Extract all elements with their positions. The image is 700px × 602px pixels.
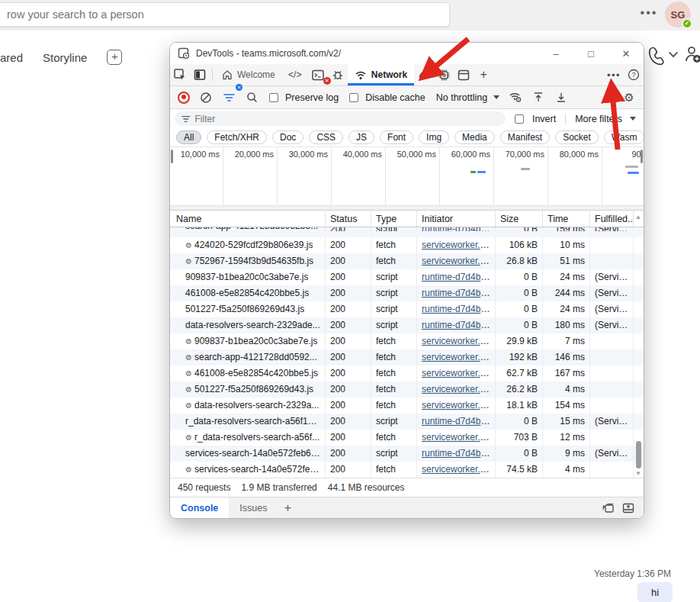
drawer-add-tab-icon[interactable]: + [278,497,297,518]
col-status[interactable]: Status [326,211,371,227]
request-name[interactable]: ⚙r_data-resolvers-search-a56f... [170,430,326,446]
expand-drawer-icon[interactable] [622,503,634,513]
type-filter-all[interactable]: All [176,130,201,144]
col-fulfilled[interactable]: Fulfilled... [590,211,634,227]
network-conditions-icon[interactable] [506,86,525,108]
add-tab-icon[interactable]: + [107,50,122,65]
clear-icon[interactable] [196,86,216,108]
request-initiator[interactable]: runtime-d7d4b82 [417,227,496,231]
request-name[interactable]: r_data-resolvers-search-a56f1b... [170,414,326,430]
minimize-icon[interactable]: – [538,43,573,64]
network-request-row[interactable]: ⚙501227-f5a250f869269d43.js200fetchservi… [170,381,644,398]
search-input[interactable] [0,2,450,27]
request-name[interactable]: ⚙461008-e5e82854c420bbe5.js [170,365,326,381]
network-request-row[interactable]: ⚙search-app-4121728dd0592...200fetchserv… [170,349,644,365]
more-filters-caret-icon[interactable] [630,117,636,121]
network-request-row[interactable]: 909837-b1bea20c0c3abe7e.js200scriptrunti… [170,269,644,285]
request-name[interactable]: ⚙909837-b1bea20c0c3abe7e.js [170,333,326,349]
tab-network[interactable]: Network [348,64,414,85]
filter-input[interactable] [195,114,499,124]
col-type[interactable]: Type [371,211,417,227]
request-initiator[interactable]: runtime-d7d4b821 [417,301,496,317]
request-name[interactable]: 461008-e5e82854c420bbe5.js [170,285,326,301]
request-initiator[interactable]: runtime-d7d4b821 [417,414,496,430]
request-name[interactable]: ⚙752967-1594f3b9d54635fb.js [170,253,326,269]
close-icon[interactable]: ✕ [608,43,644,64]
type-filter-doc[interactable]: Doc [272,130,303,144]
col-initiator[interactable]: Initiator [417,211,496,227]
sources-bug-icon[interactable] [328,64,348,85]
request-name[interactable]: 909837-b1bea20c0c3abe7e.js [170,269,326,285]
request-initiator[interactable]: serviceworker.js:1 [417,333,496,349]
type-filter-manifest[interactable]: Manifest [500,130,550,144]
request-name[interactable]: ⚙501227-f5a250f869269d43.js [170,381,326,398]
disable-cache-checkbox[interactable] [349,93,358,102]
request-name[interactable]: 501227-f5a250f869269d43.js [170,301,326,317]
scroll-down-icon[interactable]: ▼ [634,470,642,477]
more-tabs-icon[interactable]: + [474,64,493,85]
maximize-icon[interactable]: □ [573,43,608,64]
preserve-log-checkbox[interactable] [269,93,278,102]
timeline-right-handle[interactable] [641,150,643,163]
device-toolbar-icon[interactable] [190,64,210,85]
request-name[interactable]: ⚙services-search-14a0e572feb... [170,462,326,478]
request-name[interactable]: ⚙424020-529fcdf29b806e39.js [170,237,326,253]
drawer-tab-issues[interactable]: Issues [229,497,278,518]
type-filter-font[interactable]: Font [380,130,413,144]
type-filter-media[interactable]: Media [454,130,495,144]
table-scrollbar[interactable]: ▲ ▼ [634,212,643,476]
invert-checkbox[interactable] [515,114,524,124]
request-initiator[interactable]: serviceworker.js:1 [417,253,496,269]
type-filter-fetch-xhr[interactable]: Fetch/XHR [207,130,267,144]
type-filter-css[interactable]: CSS [309,130,343,144]
scroll-up-icon[interactable]: ▲ [634,214,642,221]
network-request-row[interactable]: search-app-4121728dd6952b5...200scriptru… [170,227,644,237]
col-name[interactable]: Name [170,211,326,227]
scrollbar-thumb[interactable] [636,441,641,468]
avatar[interactable]: SG ✓ [665,2,691,27]
chat-message-bubble[interactable]: hi [637,582,673,602]
tab-welcome[interactable]: Welcome [215,64,282,85]
request-name[interactable]: ⚙search-app-4121728dd0592... [170,349,326,365]
network-request-row[interactable]: ⚙r_data-resolvers-search-a56f...200fetch… [170,430,644,446]
request-initiator[interactable]: serviceworker.js:1 [417,462,496,478]
performance-tab-icon[interactable] [414,64,434,85]
inspect-element-icon[interactable] [170,64,190,85]
undock-drawer-icon[interactable] [602,503,615,513]
network-request-row[interactable]: data-resolvers-search-2329ade...200scrip… [170,317,644,333]
elements-tab-icon[interactable]: </> [282,64,308,85]
devtools-more-menu-icon[interactable]: ••• [604,64,624,85]
help-icon[interactable]: ? [624,64,644,85]
network-request-row[interactable]: ⚙461008-e5e82854c420bbe5.js200fetchservi… [170,365,644,381]
network-request-row[interactable]: ⚙data-resolvers-search-2329a...200fetchs… [170,398,644,414]
more-filters-button[interactable]: More filters [575,114,622,124]
request-name[interactable]: search-app-4121728dd6952b5... [170,227,326,231]
request-initiator[interactable]: serviceworker.js:1 [417,365,496,381]
network-request-row[interactable]: ⚙752967-1594f3b9d54635fb.js200fetchservi… [170,253,644,269]
tab-storyline[interactable]: Storyline [43,51,87,64]
tab-shared[interactable]: ared [0,51,23,64]
type-filter-img[interactable]: Img [419,130,449,144]
request-initiator[interactable]: serviceworker.js:1 [417,381,496,398]
network-request-row[interactable]: ⚙424020-529fcdf29b806e39.js200fetchservi… [170,237,644,253]
search-icon[interactable] [242,86,262,108]
export-har-icon[interactable] [551,86,571,108]
request-name[interactable]: services-search-14a0e572feb61... [170,446,326,462]
request-initiator[interactable]: runtime-d7d4b821 [417,446,496,462]
throttling-caret-icon[interactable] [493,95,499,99]
add-people-icon[interactable] [686,47,700,63]
filter-toggle-icon[interactable]: ✕ [219,86,239,108]
more-options-icon[interactable]: ••• [639,6,659,23]
timeline-left-handle[interactable] [171,150,173,163]
console-tab-icon[interactable]: ✕ [308,64,328,85]
type-filter-wasm[interactable]: Wasm [604,130,644,144]
network-request-row[interactable]: r_data-resolvers-search-a56f1b...200scri… [170,414,644,430]
network-settings-gear-icon[interactable]: ⚙ [619,86,639,108]
request-name[interactable]: data-resolvers-search-2329ade... [170,317,326,333]
request-name[interactable]: ⚙data-resolvers-search-2329a... [170,398,326,414]
network-request-row[interactable]: 461008-e5e82854c420bbe5.js200scriptrunti… [170,285,644,301]
type-filter-js[interactable]: JS [348,130,374,144]
network-request-row[interactable]: ⚙services-search-14a0e572feb...200fetchs… [170,462,644,478]
request-initiator[interactable]: serviceworker.js:1 [417,430,496,446]
request-initiator[interactable]: runtime-d7d4b821 [417,317,496,333]
